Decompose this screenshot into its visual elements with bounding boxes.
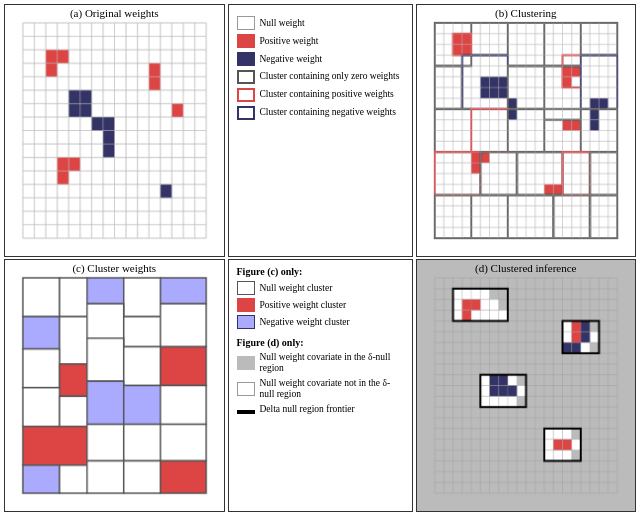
positive-weight-box [237, 34, 255, 48]
null-cluster-box [237, 70, 255, 84]
canvas-clustering [417, 5, 636, 256]
legend-item-pos-cluster: Cluster containing positive weights [237, 88, 404, 102]
c-neg-box [237, 315, 255, 329]
c-pos-label: Positive weight cluster [260, 300, 347, 310]
canvas-clustered-inference [417, 260, 636, 511]
canvas-cluster-weights [5, 260, 224, 511]
negative-weight-box [237, 52, 255, 66]
d-frontier-label: Delta null region frontier [260, 404, 355, 415]
d-null-out-label: Null weight covariate not in the δ-null … [260, 378, 404, 401]
c-pos-box [237, 298, 255, 312]
d-null-in-box [237, 356, 255, 370]
legend-d-frontier: Delta null region frontier [237, 404, 404, 415]
legend-item-neg-cluster: Cluster containing negative weights [237, 106, 404, 120]
legend-c-neg: Negative weight cluster [237, 315, 404, 329]
legend-item-null-cluster: Cluster containing only zero weights [237, 70, 404, 84]
legend-bottom: Figure (c) only: Null weight cluster Pos… [228, 259, 413, 512]
panel-a-title: (a) Original weights [70, 7, 159, 19]
legend-c-pos: Positive weight cluster [237, 298, 404, 312]
pos-cluster-box [237, 88, 255, 102]
panel-b-title: (b) Clustering [495, 7, 556, 19]
legend-d-null-in: Null weight covariate in the δ-null regi… [237, 352, 404, 375]
neg-cluster-label: Cluster containing negative weights [260, 107, 396, 118]
panel-c-title: (c) Cluster weights [72, 262, 156, 274]
null-cluster-label: Cluster containing only zero weights [260, 71, 400, 82]
neg-cluster-box [237, 106, 255, 120]
c-neg-label: Negative weight cluster [260, 317, 350, 327]
legend-bottom-title-c: Figure (c) only: [237, 266, 404, 277]
legend-bottom-title-d: Figure (d) only: [237, 337, 404, 348]
c-null-box [237, 281, 255, 295]
legend-item-positive: Positive weight [237, 34, 404, 48]
legend-item-negative: Negative weight [237, 52, 404, 66]
legend-d-null-out: Null weight covariate not in the δ-null … [237, 378, 404, 401]
null-weight-label: Null weight [260, 18, 305, 28]
legend-top: Null weight Positive weight Negative wei… [228, 4, 413, 257]
null-weight-box [237, 16, 255, 30]
panel-b: (b) Clustering [416, 4, 637, 257]
negative-weight-label: Negative weight [260, 54, 323, 64]
legend-item-null: Null weight [237, 16, 404, 30]
panel-c: (c) Cluster weights [4, 259, 225, 512]
pos-cluster-label: Cluster containing positive weights [260, 89, 394, 100]
panel-d-title: (d) Clustered inference [475, 262, 576, 274]
d-null-in-label: Null weight covariate in the δ-null regi… [260, 352, 404, 375]
panel-a: (a) Original weights [4, 4, 225, 257]
panel-d: (d) Clustered inference [416, 259, 637, 512]
d-null-out-box [237, 382, 255, 396]
canvas-original-weights [5, 5, 224, 256]
positive-weight-label: Positive weight [260, 36, 319, 46]
c-null-label: Null weight cluster [260, 283, 333, 293]
legend-c-null: Null weight cluster [237, 281, 404, 295]
d-frontier-line [237, 410, 255, 414]
